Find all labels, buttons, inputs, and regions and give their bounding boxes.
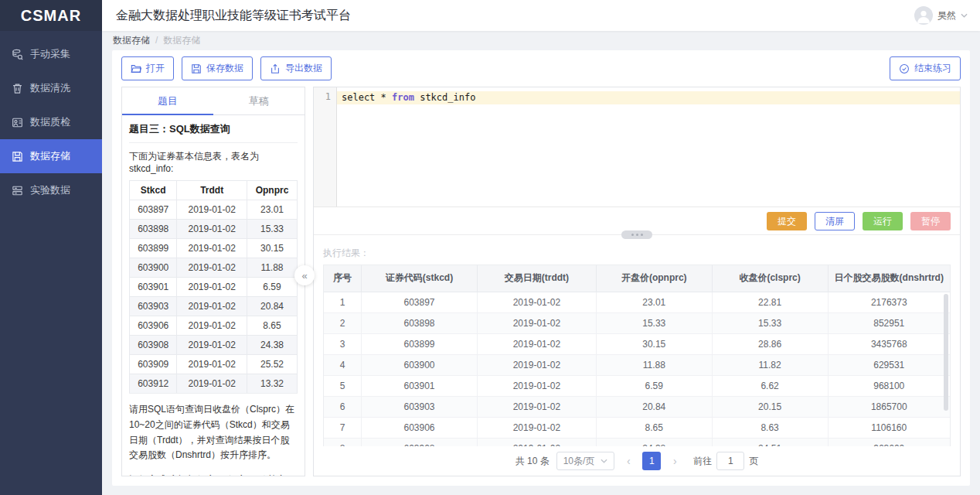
table-cell: 1106160: [828, 417, 950, 438]
page-size-select[interactable]: 10条/页: [556, 452, 615, 470]
workspace: 题目草稿 题目三：SQL数据查询 下面为证券基本信息表，表名为stkcd_inf…: [112, 85, 970, 486]
main-column: 金融大数据处理职业技能等级证书考试平台 昊然 数据存储 / 数据存储: [102, 0, 980, 495]
open-button[interactable]: 打开: [121, 56, 174, 80]
topbar: 金融大数据处理职业技能等级证书考试平台 昊然: [102, 0, 980, 31]
code-line: select * from stkcd_info: [337, 91, 960, 104]
table-cell: 603898: [130, 220, 177, 239]
table-row: 6039002019-01-0211.88: [130, 258, 298, 278]
table-cell: 2019-01-02: [177, 258, 247, 278]
tab-draft[interactable]: 草稿: [213, 87, 305, 114]
sidebar-item-label: 数据存储: [30, 149, 70, 163]
goto-unit: 页: [749, 455, 758, 468]
tab-question[interactable]: 题目: [122, 87, 213, 114]
table-cell: 5: [324, 375, 362, 396]
question-note: 运行完成后点击“提交”，提交sql的答案。: [129, 465, 298, 476]
sidebar-item-collect[interactable]: 手动采集: [0, 37, 102, 71]
table-cell: 23.01: [596, 292, 712, 312]
table-cell: 2019-01-02: [177, 316, 247, 336]
pause-button[interactable]: 暂停: [910, 212, 951, 230]
table-header-row: StkcdTrddtOpnprc: [130, 181, 298, 200]
table-cell: 603908: [130, 336, 177, 355]
scrollbar-thumb[interactable]: [944, 294, 948, 411]
table-cell: 2019-01-02: [477, 375, 596, 396]
column-header: 证券代码(stkcd): [362, 265, 478, 292]
table-cell: 6: [324, 396, 362, 417]
collapse-panel-button[interactable]: «: [294, 265, 315, 285]
sidebar-item-label: 手动采集: [30, 47, 70, 61]
results-table-wrap: 序号证券代码(stkcd)交易日期(trddt)开盘价(opnprc)收盘价(c…: [323, 265, 951, 446]
sidebar-item-quality[interactable]: 数据质检: [0, 105, 102, 139]
save-data-button[interactable]: 保存数据: [182, 56, 253, 80]
table-row: 56039012019-01-026.596.62968100: [324, 375, 950, 396]
current-page-button[interactable]: 1: [642, 452, 661, 470]
table-cell: 6.62: [712, 375, 828, 396]
table-cell: 30.15: [247, 239, 297, 258]
csmar-logo: CSMAR: [0, 0, 102, 31]
sql-workbench: 1 select * from stkcd_info 提交 清屏 运行 暂停: [313, 87, 961, 476]
table-cell: 963600: [828, 438, 950, 446]
table-cell: 20.15: [712, 396, 828, 417]
table-cell: 8.65: [247, 316, 297, 336]
user-menu[interactable]: 昊然: [914, 6, 968, 25]
breadcrumb-root[interactable]: 数据存储: [113, 34, 150, 47]
clear-screen-button[interactable]: 清屏: [815, 212, 855, 230]
prev-page-button[interactable]: ‹: [621, 455, 635, 467]
table-cell: 2019-01-02: [177, 374, 247, 394]
table-row: 6039122019-01-0213.32: [130, 374, 298, 394]
table-cell: 2019-01-02: [177, 278, 247, 297]
user-name: 昊然: [937, 9, 956, 22]
table-header-row: 序号证券代码(stkcd)交易日期(trddt)开盘价(opnprc)收盘价(c…: [324, 265, 950, 292]
export-data-button[interactable]: 导出数据: [260, 56, 332, 80]
table-cell: 30.15: [596, 333, 712, 354]
table-cell: 1: [324, 292, 362, 312]
run-button[interactable]: 运行: [863, 212, 903, 230]
table-cell: 24.51: [712, 438, 828, 446]
table-cell: 15.33: [247, 220, 297, 239]
table-cell: 2019-01-02: [477, 438, 596, 446]
editor-code-area[interactable]: select * from stkcd_info: [337, 87, 960, 207]
sidebar-item-storage[interactable]: 数据存储: [0, 139, 102, 173]
sidebar-menu: 手动采集数据清洗数据质检数据存储实验数据: [0, 31, 102, 207]
breadcrumb: 数据存储 / 数据存储: [102, 31, 980, 50]
question-table: StkcdTrddtOpnprc 6038972019-01-0223.0160…: [129, 180, 298, 394]
table-cell: 24.38: [247, 336, 297, 355]
question-title: 题目三：SQL数据查询: [129, 115, 298, 143]
table-cell: 2019-01-02: [177, 239, 247, 258]
goto-page-input[interactable]: [716, 452, 744, 470]
table-cell: 2019-01-02: [477, 354, 596, 375]
table-cell: 11.82: [712, 354, 828, 375]
table-row: 6038992019-01-0230.15: [130, 239, 298, 258]
results-scrollbar[interactable]: [944, 294, 948, 440]
next-page-button[interactable]: ›: [668, 455, 682, 467]
table-cell: 603903: [130, 297, 177, 316]
column-header: Trddt: [177, 181, 247, 200]
table-cell: 603901: [362, 375, 478, 396]
export-icon: [270, 63, 281, 74]
table-cell: 603897: [362, 292, 478, 312]
finish-practice-button[interactable]: 结束练习: [890, 56, 961, 80]
app-root: CSMAR 手动采集数据清洗数据质检数据存储实验数据 金融大数据处理职业技能等级…: [0, 0, 980, 495]
table-cell: 15.33: [596, 312, 712, 333]
table-cell: 2019-01-02: [477, 312, 596, 333]
question-tabs: 题目草稿: [122, 87, 305, 115]
sql-editor[interactable]: 1 select * from stkcd_info: [314, 87, 960, 207]
table-cell: 8: [324, 438, 362, 446]
table-row: 86039082019-01-0224.3824.51963600: [324, 438, 950, 446]
page-title: 金融大数据处理职业技能等级证书考试平台: [116, 8, 351, 24]
table-row: 6038982019-01-0215.33: [130, 220, 298, 239]
table-cell: 2019-01-02: [177, 297, 247, 316]
pagination-total: 共 10 条: [516, 455, 550, 468]
table-cell: 23.01: [247, 200, 297, 220]
table-row: 6038972019-01-0223.01: [130, 200, 298, 220]
question-intro: 下面为证券基本信息表，表名为stkcd_info:: [129, 143, 298, 180]
sidebar-item-clean[interactable]: 数据清洗: [0, 71, 102, 105]
avatar: [914, 6, 933, 25]
goto-label: 前往: [693, 455, 712, 468]
splitter-drag-handle[interactable]: [621, 230, 652, 239]
toolbar: 打开 保存数据 导出数据: [112, 50, 970, 85]
table-cell: 24.38: [596, 438, 712, 446]
submit-button[interactable]: 提交: [767, 212, 807, 230]
sidebar-item-experiment[interactable]: 实验数据: [0, 173, 102, 207]
sql-text: stkcd_info: [414, 92, 475, 103]
table-cell: 1865700: [828, 396, 950, 417]
